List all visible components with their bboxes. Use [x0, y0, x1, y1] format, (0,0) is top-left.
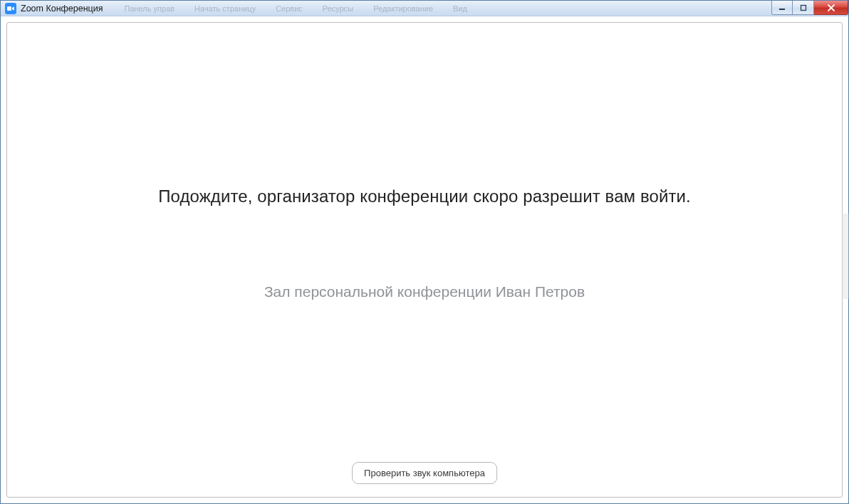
- ghost-menu-item: Сервис: [276, 4, 303, 13]
- minimize-button[interactable]: [771, 1, 793, 15]
- svg-rect-2: [801, 5, 806, 10]
- window-title: Zoom Конференция: [21, 4, 103, 14]
- svg-rect-0: [7, 6, 11, 11]
- svg-rect-1: [779, 9, 785, 10]
- ghost-menu-item: Вид: [453, 4, 467, 13]
- waiting-room-panel: Подождите, организатор конференции скоро…: [6, 22, 843, 498]
- ghost-menu-item: Панель управ: [125, 4, 175, 13]
- close-button[interactable]: [814, 1, 848, 15]
- ghost-menu-item: Редактирование: [373, 4, 433, 13]
- waiting-message: Подождите, организатор конференции скоро…: [158, 187, 691, 206]
- maximize-button[interactable]: [793, 1, 814, 15]
- app-window: Zoom Конференция Панель управ Начать стр…: [0, 0, 849, 504]
- title-bar[interactable]: Zoom Конференция Панель управ Начать стр…: [1, 1, 848, 16]
- ghost-menu-item: Начать страницу: [194, 4, 256, 13]
- client-area: Подождите, организатор конференции скоро…: [1, 16, 848, 503]
- background-menu: Панель управ Начать страницу Сервис Ресу…: [125, 4, 467, 13]
- zoom-icon: [5, 3, 16, 14]
- meeting-room-name: Зал персональной конференции Иван Петров: [264, 283, 585, 300]
- scrollbar-hint[interactable]: [843, 214, 849, 299]
- ghost-menu-item: Ресурсы: [323, 4, 353, 13]
- window-controls: [771, 1, 848, 15]
- test-audio-button[interactable]: Проверить звук компьютера: [352, 462, 497, 484]
